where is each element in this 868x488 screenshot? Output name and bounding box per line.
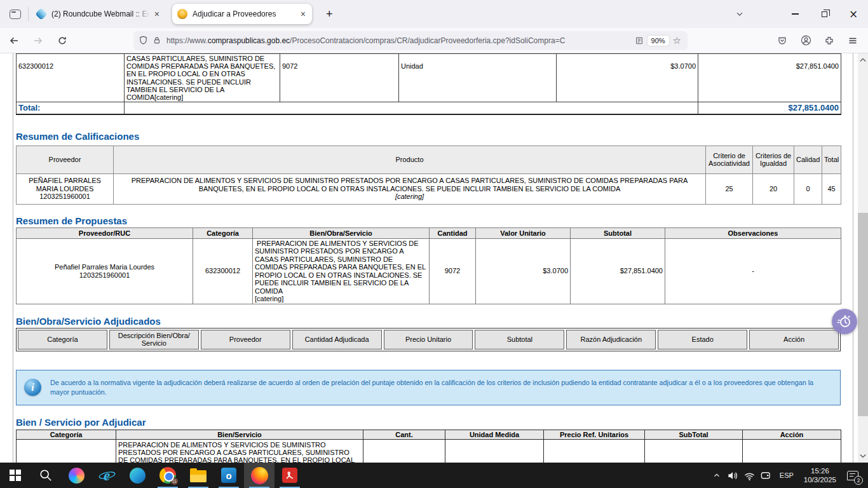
forward-button[interactable]: [28, 31, 48, 50]
col-unidad-medida: Unidad Medida: [445, 430, 544, 439]
section-title-calificaciones: Resumen de Calificaciones: [16, 130, 841, 143]
table-header-row: Proveedor Producto Criterio de Asociativ…: [17, 146, 841, 173]
language-indicator[interactable]: ESP: [775, 471, 799, 479]
vertical-scrollbar[interactable]: [858, 53, 868, 463]
internet-explorer-button[interactable]: e: [92, 463, 122, 488]
acrobat-icon: [282, 468, 297, 483]
volume-icon[interactable]: [725, 463, 742, 488]
info-banner: i De acuerdo a la normativa vigente la a…: [16, 370, 841, 405]
copilot-button[interactable]: [61, 463, 92, 488]
cell-subtotal: $27,851.0400: [571, 238, 665, 304]
propuestas-table: Proveedor/RUC Categoría Bien/Obra/Servic…: [16, 227, 841, 304]
wifi-icon[interactable]: [742, 463, 758, 488]
ecuador-crest-favicon-icon: [177, 9, 187, 19]
firefox-button[interactable]: [244, 463, 275, 488]
item-subtotal: $27,851.0400: [698, 54, 841, 102]
minimize-icon: [792, 13, 799, 14]
col-cant: Cant.: [363, 430, 445, 439]
pocket-icon[interactable]: [772, 31, 792, 50]
restore-button[interactable]: [810, 0, 839, 28]
close-tab-icon[interactable]: ×: [153, 10, 161, 18]
reader-mode-icon[interactable]: [635, 36, 644, 45]
menu-hamburger-icon[interactable]: [843, 31, 863, 50]
cell-categoria: 632300012: [17, 439, 116, 463]
url-text: https://www.compraspublicas.gob.ec/Proce…: [166, 36, 635, 45]
extensions-icon[interactable]: [819, 31, 839, 50]
windows-taskbar: e G o ESP: [0, 463, 868, 488]
navigation-toolbar: https://www.compraspublicas.gob.ec/Proce…: [0, 28, 868, 53]
cell-proveedor: Peñafiel Parrales Maria Lourdes 12032519…: [17, 238, 193, 304]
scroll-down-arrow-icon[interactable]: [858, 451, 868, 461]
tracking-shield-icon[interactable]: [139, 36, 148, 45]
minimize-button[interactable]: [780, 0, 810, 28]
close-window-button[interactable]: ×: [839, 0, 868, 28]
firefox-view-icon: [10, 10, 21, 19]
col-categoria: Categoría: [17, 430, 116, 439]
tray-expand-chevron-icon[interactable]: [709, 463, 725, 488]
chrome-button[interactable]: G: [153, 463, 183, 488]
table-row: 632300012 PREPARACION DE ALIMENTOS Y SER…: [17, 439, 841, 463]
notification-center-button[interactable]: 2: [841, 463, 864, 488]
col-bien-servicio: Bien/Servicio: [116, 430, 363, 439]
edge-button[interactable]: [122, 463, 153, 488]
outlook-icon: o: [221, 468, 236, 483]
edge-icon: [130, 468, 146, 484]
acrobat-button[interactable]: [275, 463, 305, 488]
scroll-up-arrow-icon[interactable]: [858, 55, 868, 65]
bien-catering-nota: [catering]: [255, 295, 427, 303]
cell-bien-servicio: PREPARACION DE ALIMENTOS Y SERVICIOS DE …: [116, 439, 363, 463]
col-precio-ref: Precio Ref. Unitarios: [544, 430, 645, 439]
start-button[interactable]: [0, 463, 31, 488]
cell-cantidad: 9072: [430, 238, 476, 304]
address-bar[interactable]: https://www.compraspublicas.gob.ec/Proce…: [133, 31, 688, 50]
col-razon-adjudicacion: Razón Adjudicación: [566, 330, 656, 349]
bien-descripcion: PREPARACION DE ALIMENTOS Y SERVICIOS DE …: [255, 240, 427, 295]
reload-button[interactable]: [52, 31, 72, 50]
tab-adjudicar-proveedores[interactable]: Adjudicar a Proveedores ×: [172, 4, 312, 24]
cell-calidad: 0: [794, 173, 822, 204]
firefox-icon: [251, 467, 268, 484]
lock-icon[interactable]: [153, 36, 161, 45]
table-header-row: Proveedor/RUC Categoría Bien/Obra/Servic…: [17, 227, 841, 238]
scrollbar-thumb[interactable]: [858, 213, 868, 416]
chrome-icon: G: [159, 467, 176, 484]
cell-subtotal: $27,851.0400: [645, 439, 743, 463]
bookmark-star-icon[interactable]: ☆: [673, 35, 681, 46]
total-row: Total: $27,851.0400: [17, 102, 841, 114]
tab-strip: (2) Roundcube Webmail :: Entra × Adjudic…: [0, 0, 868, 28]
col-criterio-asociatividad: Criterio de Asociatividad: [706, 146, 753, 173]
tab-title: (2) Roundcube Webmail :: Entra: [51, 10, 149, 18]
new-tab-button[interactable]: +: [321, 6, 338, 22]
zoom-level-badge[interactable]: 90%: [648, 36, 669, 46]
close-tab-icon[interactable]: ×: [299, 10, 307, 18]
url-path: /ProcesoContratacion/compras/CR/adjudica…: [290, 36, 565, 45]
cell-producto: PREPARACION DE ALIMENTOS Y SERVICIOS DE …: [114, 173, 706, 204]
file-explorer-icon: [190, 470, 207, 482]
file-explorer-button[interactable]: [183, 463, 214, 488]
url-scheme: https://www.: [166, 36, 208, 45]
tab-roundcube-webmail[interactable]: (2) Roundcube Webmail :: Entra ×: [31, 4, 166, 24]
firefox-view-button[interactable]: [5, 4, 25, 24]
clock-date: 10/3/2025: [804, 475, 836, 484]
list-tabs-chevron-icon[interactable]: [728, 4, 751, 24]
cell-categoria: 632300012: [193, 238, 253, 304]
item-categoria: 632300012: [17, 54, 125, 102]
toolbar-right-icons: [769, 31, 863, 50]
outlook-button[interactable]: o: [214, 463, 244, 488]
col-producto: Producto: [114, 146, 706, 173]
screen-capture-widget[interactable]: [832, 309, 857, 334]
col-subtotal: Subtotal: [475, 330, 564, 349]
taskbar-clock[interactable]: 15:26 10/3/2025: [799, 466, 841, 484]
back-button[interactable]: [4, 31, 24, 50]
col-accion: Acción: [743, 430, 841, 439]
producto-descripcion: PREPARACION DE ALIMENTOS Y SERVICIOS DE …: [116, 177, 703, 193]
taskbar-search-button[interactable]: [31, 463, 61, 488]
section-title-adjudicados: Bien/Obra/Servicio Adjudicados: [16, 315, 841, 328]
account-icon[interactable]: [796, 31, 816, 50]
cell-accion: Adjudicar: [743, 439, 841, 463]
col-cantidad-adjudicada: Cantidad Adjudicada: [292, 330, 382, 349]
meet-now-icon[interactable]: [758, 463, 775, 488]
col-proveedor: Proveedor: [17, 146, 114, 173]
item-unidad: Unidad: [399, 54, 557, 102]
info-icon: i: [24, 379, 41, 396]
